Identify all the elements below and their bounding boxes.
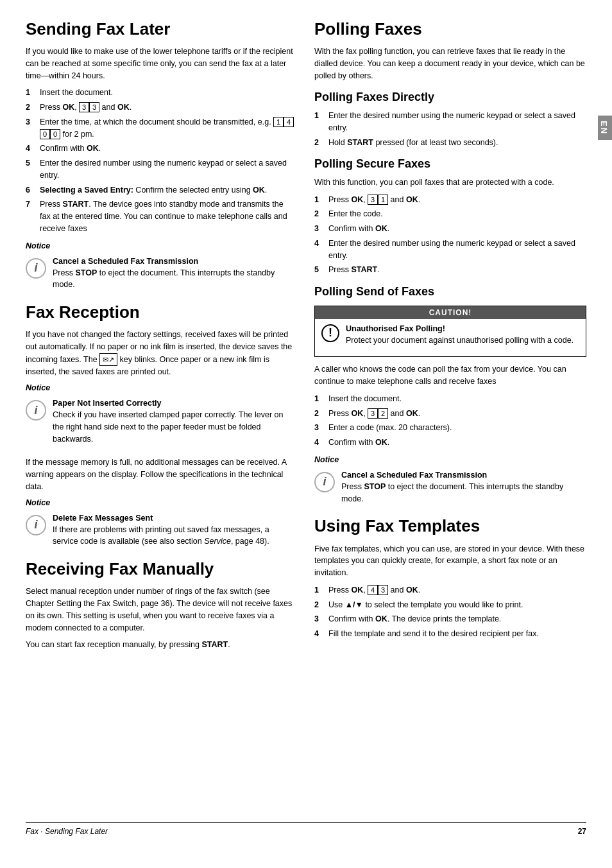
polling-faxes-directly-steps: 1 Enter the desired number using the num… xyxy=(314,110,586,148)
using-fax-templates-title: Using Fax Templates xyxy=(314,516,586,536)
polling-faxes-title: Polling Faxes xyxy=(314,19,586,39)
notice-label-4: Notice xyxy=(314,455,586,464)
notice-title-3: Delete Fax Messages Sent xyxy=(53,514,295,523)
en-tab: EN xyxy=(598,116,612,140)
polling-secure-faxes-steps: 1 Press OK, 31 and OK. 2 Enter the code.… xyxy=(314,194,586,277)
receiving-fax-manually-para2: You can start fax reception manually, by… xyxy=(26,639,295,651)
caution-header: CAUTION! xyxy=(315,306,586,319)
poll-secure-step-3: 3 Confirm with OK. xyxy=(314,223,586,235)
poll-secure-step-2: 2 Enter the code. xyxy=(314,208,586,220)
notice-label-3: Notice xyxy=(26,498,295,507)
step-3: 3 Enter the time, at which the document … xyxy=(26,116,295,141)
info-icon-1: i xyxy=(26,258,46,279)
caution-body: ! Unauthorised Fax Polling! Protect your… xyxy=(315,319,586,357)
step-1: 1 Insert the document. xyxy=(26,87,295,99)
page-footer: Fax · Sending Fax Later 27 xyxy=(26,822,586,836)
footer-right: 27 xyxy=(578,827,586,836)
notice-box-2: i Paper Not Inserted Correctly Check if … xyxy=(26,399,295,450)
step-4: 4 Confirm with OK. xyxy=(26,143,295,155)
footer-left: Fax · Sending Fax Later xyxy=(26,827,108,836)
polling-send-para: A caller who knows the code can poll the… xyxy=(314,363,586,388)
polling-secure-faxes-intro: With this function, you can poll faxes t… xyxy=(314,177,586,189)
fax-templates-steps: 1 Press OK, 43 and OK. 2 Use ▲/▼ to sele… xyxy=(314,584,586,640)
polling-faxes-directly-title: Polling Faxes Directly xyxy=(314,91,586,105)
fax-reception-title: Fax Reception xyxy=(26,302,295,322)
page: EN Sending Fax Later If you would like t… xyxy=(0,0,612,868)
template-step-2: 2 Use ▲/▼ to select the template you wou… xyxy=(314,599,586,611)
using-fax-templates-intro: Five fax templates, which you can use, a… xyxy=(314,543,586,579)
template-step-4: 4 Fill the template and send it to the d… xyxy=(314,628,586,640)
poll-direct-step-1: 1 Enter the desired number using the num… xyxy=(314,110,586,134)
step-2: 2 Press OK, 33 and OK. xyxy=(26,101,295,114)
notice-box-3: i Delete Fax Messages Sent If there are … xyxy=(26,514,295,553)
poll-secure-step-4: 4 Enter the desired number using the num… xyxy=(314,238,586,262)
notice-text-3: Delete Fax Messages Sent If there are pr… xyxy=(53,514,295,553)
notice-title-1: Cancel a Scheduled Fax Transmission xyxy=(53,257,295,266)
polling-send-steps: 1 Insert the document. 2 Press OK, 32 an… xyxy=(314,393,586,449)
caution-text: Unauthorised Fax Polling! Protect your d… xyxy=(346,324,574,352)
poll-secure-step-5: 5 Press START. xyxy=(314,264,586,276)
fax-reception-para: If the message memory is full, no additi… xyxy=(26,456,295,492)
info-icon-4: i xyxy=(314,472,335,492)
notice-text-2: Paper Not Inserted Correctly Check if yo… xyxy=(53,399,295,450)
step-5: 5 Enter the desired number using the num… xyxy=(26,157,295,182)
polling-secure-faxes-title: Polling Secure Faxes xyxy=(314,157,586,171)
notice-title-2: Paper Not Inserted Correctly xyxy=(53,399,295,408)
sending-fax-later-intro: If you would like to make use of the low… xyxy=(26,46,295,82)
notice-label-2: Notice xyxy=(26,383,295,392)
polling-send-faxes-title: Polling Send of Faxes xyxy=(314,285,586,299)
fax-reception-intro: If you have not changed the factory sett… xyxy=(26,329,295,378)
step-7: 7 Press START. The device goes into stan… xyxy=(26,198,295,234)
caution-box: CAUTION! ! Unauthorised Fax Polling! Pro… xyxy=(314,306,586,358)
right-column: Polling Faxes With the fax polling funct… xyxy=(314,19,586,810)
info-icon-3: i xyxy=(26,515,46,535)
step-6: 6 Selecting a Saved Entry: Confirm the s… xyxy=(26,184,295,196)
info-icon-2: i xyxy=(26,400,46,421)
template-step-3: 3 Confirm with OK. The device prints the… xyxy=(314,613,586,625)
poll-direct-step-2: 2 Hold START pressed (for at least two s… xyxy=(314,137,586,149)
poll-send-step-1: 1 Insert the document. xyxy=(314,393,586,405)
template-step-1: 1 Press OK, 43 and OK. xyxy=(314,584,586,596)
poll-send-step-3: 3 Enter a code (max. 20 characters). xyxy=(314,422,586,434)
left-column: Sending Fax Later If you would like to m… xyxy=(26,19,295,810)
poll-send-step-4: 4 Confirm with OK. xyxy=(314,437,586,449)
caution-title: Unauthorised Fax Polling! xyxy=(346,324,574,333)
notice-box-4: i Cancel a Scheduled Fax Transmission Pr… xyxy=(314,471,586,510)
poll-send-step-2: 2 Press OK, 32 and OK. xyxy=(314,408,586,420)
poll-secure-step-1: 1 Press OK, 31 and OK. xyxy=(314,194,586,206)
notice-text-1: Cancel a Scheduled Fax Transmission Pres… xyxy=(53,257,295,297)
notice-text-4: Cancel a Scheduled Fax Transmission Pres… xyxy=(341,471,586,510)
receiving-fax-manually-title: Receiving Fax Manually xyxy=(26,559,295,579)
polling-faxes-intro: With the fax polling function, you can r… xyxy=(314,46,586,82)
sending-fax-later-title: Sending Fax Later xyxy=(26,19,295,39)
caution-icon: ! xyxy=(321,324,339,342)
sending-fax-later-steps: 1 Insert the document. 2 Press OK, 33 an… xyxy=(26,87,295,234)
receiving-fax-manually-para1: Select manual reception under number of … xyxy=(26,586,295,634)
notice-title-4: Cancel a Scheduled Fax Transmission xyxy=(341,471,586,480)
notice-box-1: i Cancel a Scheduled Fax Transmission Pr… xyxy=(26,257,295,297)
notice-label-1: Notice xyxy=(26,241,295,250)
